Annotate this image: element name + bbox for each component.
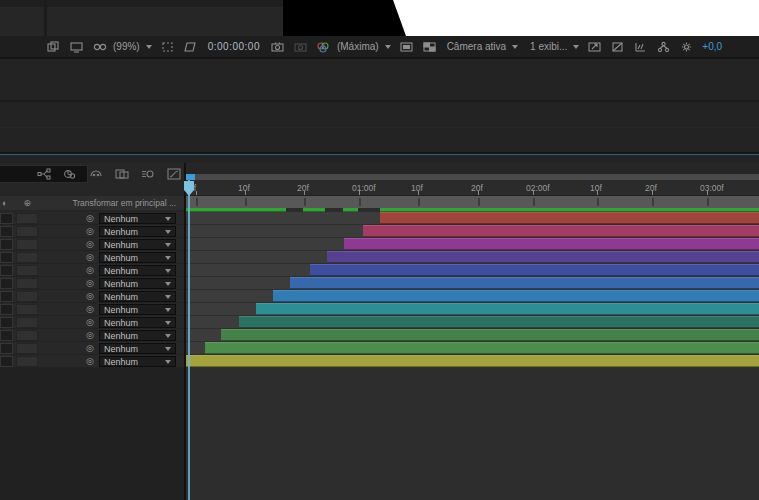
layer-track-11[interactable]	[186, 342, 759, 355]
layer-switch-cell[interactable]	[0, 291, 13, 302]
layer-row-12[interactable]: ◎Nenhum	[0, 355, 184, 368]
resolution-select[interactable]: (Máxima)	[337, 41, 379, 52]
layer-track-1[interactable]	[186, 212, 759, 225]
layer-label-cell[interactable]	[16, 226, 38, 237]
layer-switch-cell[interactable]	[0, 304, 13, 315]
fast-preview-icon[interactable]	[398, 39, 415, 55]
layer-track-5[interactable]	[186, 264, 759, 277]
layer-label-cell[interactable]	[16, 291, 38, 302]
work-area-bar[interactable]	[186, 196, 759, 208]
chevron-down-icon[interactable]	[573, 45, 579, 49]
layer-switch-cell[interactable]	[0, 317, 13, 328]
layer-track-4[interactable]	[186, 251, 759, 264]
chevron-down-icon[interactable]	[165, 334, 171, 338]
parent-pickwhip-icon[interactable]: ◎	[84, 316, 96, 329]
layer-row-6[interactable]: ◎Nenhum	[0, 277, 184, 290]
layer-track-10[interactable]	[186, 329, 759, 342]
layer-row-4[interactable]: ◎Nenhum	[0, 251, 184, 264]
layer-row-5[interactable]: ◎Nenhum	[0, 264, 184, 277]
roi-icon[interactable]	[159, 39, 176, 55]
layer-duration-bar[interactable]	[239, 316, 759, 328]
pixel-aspect-icon[interactable]	[609, 39, 626, 55]
layer-track-8[interactable]	[186, 303, 759, 316]
parent-pickwhip-icon[interactable]: ◎	[84, 355, 96, 368]
layer-row-2[interactable]: ◎Nenhum	[0, 225, 184, 238]
chevron-down-icon[interactable]	[165, 347, 171, 351]
chevron-down-icon[interactable]	[165, 360, 171, 364]
time-ruler[interactable]: 0f10f20f01:00f10f20f02:00f10f20f03:00f	[186, 180, 759, 196]
parent-select[interactable]: Nenhum	[99, 239, 176, 250]
magnification-value[interactable]: (99%)	[113, 41, 140, 52]
playhead-handle[interactable]	[184, 181, 194, 190]
layer-duration-bar[interactable]	[221, 329, 759, 341]
layer-track-7[interactable]	[186, 290, 759, 303]
snapshot-icon[interactable]	[269, 39, 286, 55]
parent-select[interactable]: Nenhum	[99, 291, 176, 302]
chevron-down-icon[interactable]	[165, 256, 171, 260]
layer-row-8[interactable]: ◎Nenhum	[0, 303, 184, 316]
layer-row-7[interactable]: ◎Nenhum	[0, 290, 184, 303]
parent-pickwhip-icon[interactable]: ◎	[84, 238, 96, 251]
exposure-scale-icon[interactable]	[632, 39, 649, 55]
layer-duration-bar[interactable]	[310, 264, 759, 276]
parent-pickwhip-icon[interactable]: ◎	[84, 303, 96, 316]
layer-duration-bar[interactable]	[380, 212, 759, 224]
layer-label-cell[interactable]	[16, 265, 38, 276]
parent-pickwhip-icon[interactable]: ◎	[84, 329, 96, 342]
parent-select[interactable]: Nenhum	[99, 343, 176, 354]
parent-link-column-header[interactable]: Transformar em principal ...	[46, 198, 184, 208]
half-circle-icon[interactable]: ◐	[2, 198, 7, 208]
layer-duration-bar[interactable]	[273, 290, 759, 302]
share-view-icon[interactable]	[586, 39, 603, 55]
layer-switch-cell[interactable]	[0, 343, 13, 354]
gear-icon[interactable]	[678, 39, 695, 55]
layer-switch-cell[interactable]	[0, 213, 13, 224]
layer-track-3[interactable]	[186, 238, 759, 251]
layer-row-11[interactable]: ◎Nenhum	[0, 342, 184, 355]
camera-view-select[interactable]: Câmera ativa	[447, 41, 506, 52]
parent-pickwhip-icon[interactable]: ◎	[84, 212, 96, 225]
chevron-down-icon[interactable]	[146, 45, 152, 49]
show-snapshot-icon[interactable]	[292, 39, 309, 55]
layer-label-cell[interactable]	[16, 330, 38, 341]
layer-duration-bar[interactable]	[327, 251, 759, 263]
chevron-down-icon[interactable]	[165, 269, 171, 273]
layer-row-10[interactable]: ◎Nenhum	[0, 329, 184, 342]
parent-select[interactable]: Nenhum	[99, 265, 176, 276]
parent-pickwhip-icon[interactable]: ◎	[84, 264, 96, 277]
parent-select[interactable]: Nenhum	[99, 252, 176, 263]
frame-blend-icon[interactable]	[115, 167, 130, 181]
parent-select[interactable]: Nenhum	[99, 317, 176, 328]
chevron-down-icon[interactable]	[385, 45, 391, 49]
parent-select[interactable]: Nenhum	[99, 356, 176, 367]
transparency-grid-icon[interactable]	[421, 39, 438, 55]
layer-duration-bar[interactable]	[344, 238, 759, 250]
layer-label-cell[interactable]	[16, 317, 38, 328]
chevron-down-icon[interactable]	[165, 321, 171, 325]
layer-label-cell[interactable]	[16, 278, 38, 289]
chevron-down-icon[interactable]	[165, 295, 171, 299]
layer-duration-bar[interactable]	[290, 277, 759, 289]
layer-label-cell[interactable]	[16, 343, 38, 354]
layer-label-cell[interactable]	[16, 304, 38, 315]
layers-icon[interactable]	[45, 39, 62, 55]
parent-select[interactable]: Nenhum	[99, 304, 176, 315]
graph-editor-icon[interactable]	[167, 167, 182, 181]
layer-switch-cell[interactable]	[0, 226, 13, 237]
stereo-glasses-icon[interactable]	[91, 39, 108, 55]
layer-switch-cell[interactable]	[0, 356, 13, 367]
layer-switch-cell[interactable]	[0, 252, 13, 263]
playhead-line[interactable]	[188, 180, 190, 500]
layer-label-cell[interactable]	[16, 356, 38, 367]
chevron-down-icon[interactable]	[165, 308, 171, 312]
layer-duration-bar[interactable]	[205, 342, 759, 354]
shy-icon[interactable]	[88, 167, 103, 181]
parent-pickwhip-icon[interactable]: ◎	[84, 290, 96, 303]
parent-pickwhip-icon[interactable]: ◎	[84, 251, 96, 264]
layer-duration-bar[interactable]	[186, 355, 759, 367]
layer-track-9[interactable]	[186, 316, 759, 329]
layer-label-cell[interactable]	[16, 239, 38, 250]
timeline-panel-accent-divider[interactable]	[0, 152, 759, 155]
parent-pickwhip-icon[interactable]: ◎	[84, 277, 96, 290]
layer-track-6[interactable]	[186, 277, 759, 290]
